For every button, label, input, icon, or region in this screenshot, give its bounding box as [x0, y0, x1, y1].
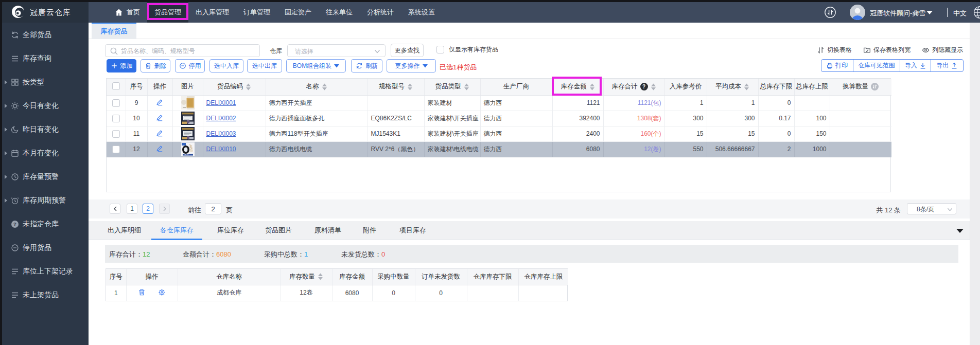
- column-header[interactable]: 库存金额: [552, 79, 603, 95]
- view-link-2[interactable]: 保存表格列宽: [863, 46, 911, 55]
- sidebar-item[interactable]: 停用货品: [0, 236, 89, 260]
- sidebar-item[interactable]: 库存量预警: [0, 165, 89, 189]
- expand-arrow-icon[interactable]: [5, 151, 7, 155]
- page-2-button[interactable]: 2: [143, 204, 153, 214]
- row-checkbox[interactable]: [112, 130, 120, 138]
- action-button[interactable]: 刷新: [351, 59, 382, 72]
- sort-icon[interactable]: [246, 83, 251, 90]
- row-checkbox[interactable]: [112, 99, 120, 107]
- column-header[interactable]: 平均成本: [707, 79, 758, 95]
- language-switcher[interactable]: 中文: [953, 9, 967, 18]
- user-menu-caret-icon[interactable]: [926, 11, 933, 14]
- product-photo[interactable]: [181, 96, 195, 110]
- nav-item[interactable]: 订单管理: [236, 2, 277, 23]
- edit-pencil-icon[interactable]: [156, 129, 164, 137]
- expand-arrow-icon[interactable]: [5, 175, 7, 179]
- tool-button[interactable]: 导出: [931, 60, 963, 71]
- goods-row[interactable]: 12DELIXIDELIXI010德力西电线电缆RVV 2*6（黑色）家装建材\…: [107, 141, 891, 157]
- detail-tab[interactable]: 项目库存: [391, 221, 435, 240]
- sidebar-item[interactable]: 全部货品: [0, 23, 89, 47]
- sidebar-item[interactable]: 按类型: [0, 70, 89, 94]
- action-button[interactable]: 删除: [141, 59, 170, 72]
- edit-pencil-icon[interactable]: [156, 114, 164, 121]
- sidebar-item[interactable]: ?未指定仓库: [0, 212, 89, 236]
- detail-tab[interactable]: 库位库存: [208, 221, 253, 240]
- edit-pencil-icon[interactable]: [156, 98, 164, 106]
- detail-tab[interactable]: 出入库明细: [99, 221, 150, 240]
- action-button[interactable]: BOM组合组装: [286, 59, 346, 72]
- view-link-1[interactable]: 切换表格: [817, 46, 852, 55]
- view-link-3[interactable]: 列隐藏显示: [922, 46, 963, 55]
- goods-code-link[interactable]: DELIXI010: [206, 146, 236, 153]
- expand-arrow-icon[interactable]: [5, 128, 7, 132]
- sidebar-item[interactable]: 昨日有变化: [0, 118, 89, 141]
- goods-row[interactable]: 11DELIXI003德力西118型开关插座MJ1543K1家装建材\开关插座德…: [107, 126, 891, 141]
- tab-stock-goods[interactable]: 库存货品: [92, 23, 136, 39]
- action-button[interactable]: 选中入库: [209, 59, 243, 72]
- tool-button[interactable]: 打印: [821, 60, 853, 71]
- sidebar-item[interactable]: 库存周期预警: [0, 189, 89, 212]
- globe-icon[interactable]: [973, 6, 980, 21]
- sort-icon[interactable]: [589, 83, 595, 90]
- tool-button[interactable]: 仓库可见范围: [853, 60, 900, 71]
- avatar[interactable]: [850, 5, 865, 20]
- sort-icon[interactable]: [651, 83, 656, 90]
- goto-page-input[interactable]: [205, 203, 221, 214]
- edit-pencil-icon[interactable]: [156, 144, 164, 152]
- expand-arrow-icon[interactable]: [5, 80, 7, 84]
- detail-tab[interactable]: 货品图片: [256, 221, 301, 240]
- help-icon[interactable]: ?: [640, 83, 648, 90]
- sidebar-item[interactable]: 未上架货品: [0, 283, 89, 307]
- goods-row[interactable]: 10DELIXI002德力西插座面板多孔EQ86K2ZS/LC家装建材\开关插座…: [107, 111, 891, 126]
- only-stock-checkbox-row[interactable]: 仅显示有库存货品: [432, 45, 498, 54]
- prev-page-button[interactable]: [110, 204, 120, 214]
- column-header[interactable]: 货品编码: [203, 79, 266, 95]
- nav-item[interactable]: 系统设置: [401, 2, 442, 23]
- sidebar-item[interactable]: 库位上下架记录: [0, 260, 89, 283]
- expand-arrow-icon[interactable]: [5, 104, 7, 108]
- settings-gear-icon[interactable]: [158, 288, 166, 296]
- column-header[interactable]: 名称: [266, 79, 367, 95]
- search-input[interactable]: [121, 45, 257, 56]
- column-header[interactable]: 货品类型: [424, 79, 480, 95]
- goods-row[interactable]: 9DELIXI001德力西开关插座家装建材德力西11211121(包)110: [107, 95, 891, 111]
- row-checkbox[interactable]: [112, 115, 120, 122]
- action-button[interactable]: 停用: [175, 59, 205, 72]
- sort-icon[interactable]: [322, 83, 327, 90]
- column-header[interactable]: 规格型号: [367, 79, 424, 95]
- product-photo[interactable]: [181, 112, 195, 125]
- more-find-button[interactable]: 更多查找: [391, 44, 424, 57]
- goods-code-link[interactable]: DELIXI002: [206, 115, 236, 122]
- product-photo[interactable]: [181, 127, 195, 140]
- warehouse-row[interactable]: 1成都仓库12卷608000: [106, 285, 568, 301]
- sidebar-item[interactable]: 本月有变化: [0, 141, 89, 165]
- page-size-select[interactable]: 8条/页: [907, 203, 956, 214]
- nav-item[interactable]: 固定资产: [277, 2, 319, 23]
- sidebar-item[interactable]: 库存查询: [0, 47, 89, 70]
- nav-item[interactable]: 往来单位: [319, 2, 360, 23]
- conversion-icon[interactable]: [871, 83, 879, 90]
- goods-code-link[interactable]: DELIXI001: [206, 99, 236, 106]
- detail-tab[interactable]: 各仓库库存: [151, 221, 202, 240]
- expand-arrow-icon[interactable]: [5, 198, 7, 203]
- next-page-button[interactable]: [159, 204, 170, 214]
- action-button[interactable]: 选中出库: [247, 59, 282, 72]
- column-header[interactable]: 库存数量: [281, 269, 332, 285]
- detail-tab[interactable]: 原料清单: [306, 221, 350, 240]
- action-button[interactable]: 更多操作: [387, 59, 436, 72]
- goods-code-link[interactable]: DELIXI003: [206, 130, 236, 137]
- only-stock-checkbox[interactable]: [436, 46, 444, 53]
- nav-item[interactable]: 首页: [108, 2, 147, 23]
- sort-icon[interactable]: [318, 273, 323, 280]
- sort-icon[interactable]: [407, 83, 413, 90]
- collapse-panel-icon[interactable]: [956, 229, 964, 233]
- sort-icon[interactable]: [464, 83, 469, 90]
- sidebar-item[interactable]: 今日有变化: [0, 94, 89, 118]
- user-name[interactable]: 冠唐软件顾问-龚雪: [870, 9, 925, 18]
- nav-item[interactable]: 分析统计: [360, 2, 401, 23]
- page-1-button[interactable]: 1: [127, 204, 137, 214]
- select-all-checkbox[interactable]: [112, 82, 120, 90]
- delete-icon[interactable]: [138, 288, 146, 296]
- tool-button[interactable]: 导入: [900, 60, 932, 71]
- detail-tab[interactable]: 附件: [354, 221, 385, 240]
